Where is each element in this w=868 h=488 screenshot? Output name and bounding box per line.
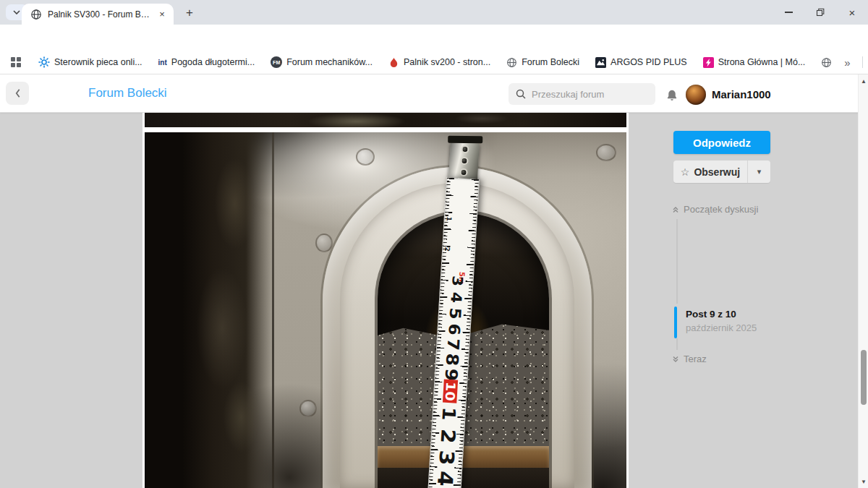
bookmark-item[interactable]: ARGOS PID PLUS: [590, 55, 692, 70]
scrubber-start-link[interactable]: Początek dyskusji: [672, 204, 758, 215]
scrubber-track[interactable]: [676, 219, 678, 304]
bolt-mark: [596, 144, 616, 161]
bolt-mark: [356, 148, 375, 166]
search-icon: [516, 89, 526, 99]
chevron-down-icon: [13, 10, 20, 14]
scrubber-now-label: Teraz: [684, 354, 707, 364]
browser-window: Palnik SV300 - Forum Bolecki × + × ← → ⌂: [0, 0, 868, 488]
tab-title: Palnik SV300 - Forum Bolecki: [48, 9, 152, 20]
tab-strip: Palnik SV300 - Forum Bolecki × + ×: [0, 0, 868, 25]
follow-dropdown[interactable]: ▾: [747, 160, 770, 183]
bookmark-item[interactable]: [816, 55, 837, 70]
bookmarks-right: » Wszystkie zakładki: [837, 55, 868, 69]
bookmark-item[interactable]: Sterownik pieca onli...: [33, 54, 148, 70]
tape-number: 3: [436, 450, 457, 466]
restore-button[interactable]: [804, 0, 836, 25]
tape-number: 7: [445, 338, 461, 351]
tape-edge-number: 2: [443, 247, 451, 252]
tape-number: 4: [434, 471, 456, 487]
scrollbar-thumb[interactable]: [861, 350, 867, 405]
new-tab-button[interactable]: +: [181, 4, 198, 22]
bolt-mark: [315, 234, 333, 252]
globe-icon: [506, 57, 517, 68]
follow-button[interactable]: ☆ Obserwuj ▾: [673, 160, 770, 183]
pink-logo-icon: [703, 57, 714, 68]
tape-number: 1: [440, 406, 459, 421]
restore-icon: [816, 8, 825, 17]
post-photo-top-sliver[interactable]: [145, 113, 626, 127]
double-chevron-down-icon: [672, 356, 679, 363]
star-outline-icon: ☆: [681, 166, 690, 178]
forum-back-button[interactable]: [6, 82, 29, 105]
apps-grid-icon[interactable]: [7, 54, 25, 70]
bookmark-item[interactable]: intPogoda długotermi...: [153, 55, 260, 69]
scrubber-now-link[interactable]: Teraz: [672, 354, 707, 364]
bookmarks-overflow-icon[interactable]: »: [837, 56, 857, 69]
bookmark-item[interactable]: FMForum mechaników...: [265, 54, 378, 70]
tape-number: 3: [450, 275, 464, 287]
photo-crack-line: [272, 132, 274, 488]
tape-number: 8: [443, 353, 461, 367]
username[interactable]: Marian1000: [712, 88, 771, 100]
tape-number-red: 10: [443, 380, 458, 404]
forum-header: Forum Bolecki Marian1000: [0, 74, 868, 113]
tape-edge-number: 1: [446, 216, 453, 221]
tape-number: 5: [447, 307, 463, 320]
int-logo-icon: int: [158, 59, 167, 67]
globe-icon: [821, 57, 832, 68]
scrubber-post-date: październik 2025: [686, 322, 757, 333]
bolt-mark: [299, 400, 317, 417]
bookmarks-bar: Sterownik pieca onli...intPogoda długote…: [0, 51, 868, 74]
notifications-bell-icon[interactable]: [665, 89, 678, 102]
flame-icon: [388, 57, 399, 68]
fm-logo-icon: FM: [271, 56, 282, 68]
bookmark-item[interactable]: Palnik sv200 - stron...: [383, 55, 495, 70]
active-tab[interactable]: Palnik SV300 - Forum Bolecki ×: [22, 4, 174, 25]
gear-icon: [38, 56, 50, 68]
reply-button[interactable]: Odpowiedz: [673, 131, 770, 154]
search-input[interactable]: [532, 89, 640, 100]
minimize-button[interactable]: [773, 0, 804, 25]
bookmark-item[interactable]: Strona Główna | Mó...: [698, 55, 811, 70]
globe-favicon-icon: [30, 9, 42, 20]
scrollbar-up-icon[interactable]: ▲: [859, 76, 868, 86]
browser-toolbar: ← → ⌂ forum.bolecki.pl/d/29-palnik-sv300…: [0, 25, 868, 51]
minimize-icon: [785, 12, 793, 12]
bookmark-items: Sterownik pieca onli...intPogoda długote…: [33, 54, 837, 70]
burner-below-lip: [378, 468, 549, 488]
post-content: 5m 34567891012345612: [142, 113, 629, 488]
chevron-left-icon: [14, 88, 21, 98]
argos-logo-icon: [595, 57, 606, 68]
scrubber-marker[interactable]: [674, 307, 677, 338]
tape-number: 4: [448, 291, 464, 303]
tape-number: 6: [446, 323, 462, 335]
forum-search[interactable]: [509, 83, 655, 105]
post-photo-burner[interactable]: 5m 34567891012345612: [145, 132, 626, 488]
tape-number: 2: [438, 428, 458, 444]
double-chevron-up-icon: [672, 206, 679, 213]
follow-label: Obserwuj: [694, 166, 740, 178]
follow-main[interactable]: ☆ Obserwuj: [673, 160, 747, 183]
tab-close-icon[interactable]: ×: [156, 9, 168, 20]
bookmark-item[interactable]: Forum Bolecki: [501, 55, 584, 70]
window-controls: ×: [773, 0, 868, 25]
scrollbar-down-icon[interactable]: ▼: [859, 476, 868, 487]
close-button[interactable]: ×: [836, 0, 868, 25]
scrubber-track[interactable]: [676, 338, 678, 350]
page-scrollbar[interactable]: ▲ ▼: [858, 74, 868, 488]
photo-dark-band: [145, 132, 273, 488]
bookmarks-divider: [862, 56, 863, 68]
tape-hook: [448, 142, 480, 182]
scrubber-post-position: Post 9 z 10: [686, 309, 736, 320]
scrubber-start-label: Początek dyskusji: [684, 204, 758, 215]
forum-title[interactable]: Forum Bolecki: [88, 86, 167, 100]
user-avatar[interactable]: [686, 85, 706, 105]
